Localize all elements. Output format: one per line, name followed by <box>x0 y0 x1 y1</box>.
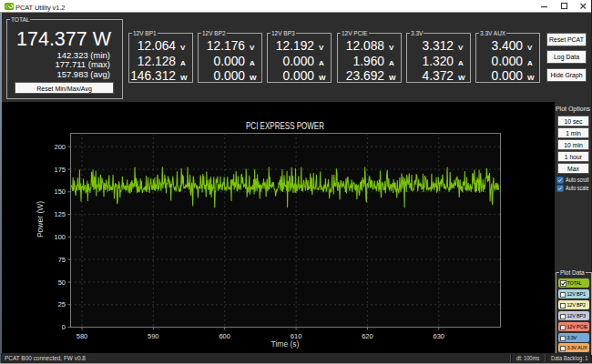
svg-text:630: 630 <box>434 332 445 340</box>
svg-text:100: 100 <box>54 233 66 241</box>
svg-text:200: 200 <box>54 143 66 151</box>
svg-text:620: 620 <box>362 332 373 340</box>
svg-text:125: 125 <box>54 210 66 218</box>
svg-text:590: 590 <box>148 332 159 340</box>
svg-text:PCI EXPRESS POWER: PCI EXPRESS POWER <box>246 120 324 131</box>
svg-text:175: 175 <box>54 166 66 174</box>
svg-text:75: 75 <box>58 256 66 264</box>
svg-text:150: 150 <box>54 187 66 196</box>
svg-text:50: 50 <box>58 278 66 287</box>
svg-text:25: 25 <box>58 300 66 308</box>
svg-text:Power (W): Power (W) <box>36 201 45 238</box>
svg-text:Time (s): Time (s) <box>271 339 300 349</box>
svg-text:580: 580 <box>77 332 88 340</box>
svg-text:600: 600 <box>219 332 230 340</box>
svg-text:0: 0 <box>62 323 66 331</box>
